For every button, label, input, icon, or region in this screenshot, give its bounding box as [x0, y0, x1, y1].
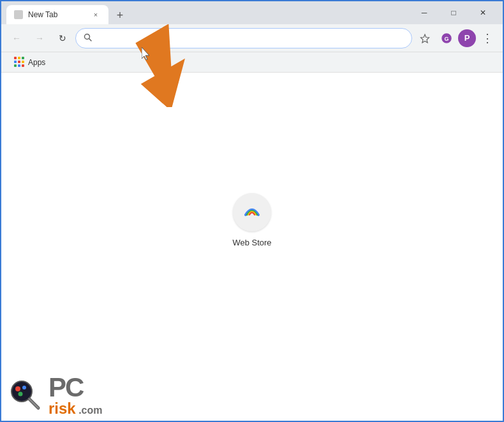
window-controls: ─ □ ✕ [410, 1, 498, 24]
apps-label: Apps [28, 58, 45, 67]
search-icon [84, 33, 92, 43]
svg-text:G: G [444, 36, 448, 42]
watermark-com: .com [78, 405, 102, 416]
tab-title: New Tab [28, 10, 85, 19]
refresh-button[interactable]: ↻ [52, 28, 73, 48]
browser-content: Web Store [1, 73, 503, 393]
forward-button[interactable]: → [29, 28, 50, 48]
web-store-icon [233, 193, 271, 231]
watermark: PC risk .com [1, 370, 167, 421]
apps-bookmark[interactable]: Apps [9, 54, 50, 70]
minimize-button[interactable]: ─ [410, 1, 439, 24]
tab-area: New Tab × + [6, 1, 410, 24]
profile-avatar[interactable]: P [458, 29, 476, 47]
extension-button[interactable]: G [436, 28, 457, 48]
more-options-button[interactable]: ⋮ [477, 28, 498, 48]
svg-point-10 [15, 386, 20, 391]
title-bar: New Tab × + ─ □ ✕ [1, 1, 503, 24]
svg-marker-2 [421, 34, 429, 43]
pcrisk-text: PC risk .com [48, 374, 103, 416]
apps-grid-icon [14, 57, 25, 68]
new-tab-button[interactable]: + [111, 6, 129, 24]
watermark-risk: risk [48, 400, 76, 417]
navigation-bar: ← → ↻ G P ⋮ [1, 24, 503, 52]
svg-point-11 [22, 386, 26, 389]
tab-close-button[interactable]: × [91, 10, 101, 20]
web-store-shortcut[interactable]: Web Store [232, 193, 271, 247]
nav-actions: G P ⋮ [415, 28, 498, 48]
svg-point-12 [19, 392, 23, 397]
bookmarks-bar: Apps [1, 52, 503, 73]
bookmark-star-button[interactable] [415, 28, 435, 48]
watermark-pc: PC [48, 374, 83, 401]
back-button[interactable]: ← [6, 28, 27, 48]
maximize-button[interactable]: □ [439, 1, 468, 24]
tab-favicon [14, 10, 23, 19]
svg-line-14 [29, 399, 38, 408]
pcrisk-logo-icon [9, 379, 42, 412]
address-bar[interactable] [75, 28, 412, 48]
web-store-label: Web Store [232, 238, 271, 247]
close-button[interactable]: ✕ [468, 1, 498, 24]
url-input[interactable] [96, 33, 404, 43]
active-tab[interactable]: New Tab × [6, 5, 108, 24]
svg-line-1 [89, 38, 92, 41]
